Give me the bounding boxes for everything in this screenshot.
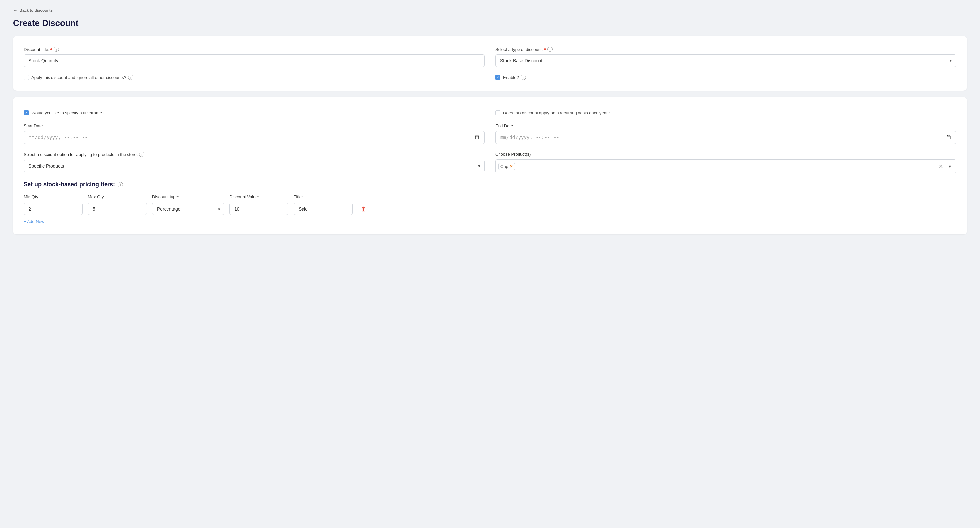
product-selection-row: Select a discount option for applying to… xyxy=(24,152,956,173)
enable-group: Enable? i xyxy=(495,75,956,80)
add-new-button[interactable]: + Add New xyxy=(24,219,44,224)
product-tag-name: Cap xyxy=(501,164,508,169)
delete-icon: 🗑 xyxy=(361,206,367,212)
specify-timeframe-group: Would you like to specify a timeframe? xyxy=(24,110,485,115)
required-dot-type xyxy=(544,48,546,50)
apply-ignore-label: Apply this discount and ignore all other… xyxy=(32,75,134,80)
start-date-input[interactable] xyxy=(24,131,485,144)
discount-title-info-icon[interactable]: i xyxy=(54,46,59,52)
date-row: Start Date End Date xyxy=(24,123,956,144)
discount-title-group: Discount title: i xyxy=(24,46,485,67)
back-link[interactable]: ← Back to discounts xyxy=(13,8,967,13)
discount-type-group: Select a type of discount: i Stock Base … xyxy=(495,46,956,67)
timeframe-row: Would you like to specify a timeframe? D… xyxy=(24,110,956,115)
col-max-qty: Max Qty xyxy=(88,195,147,199)
col-title: Title: xyxy=(294,195,353,199)
back-arrow-icon: ← xyxy=(13,8,18,13)
start-date-group: Start Date xyxy=(24,123,485,144)
product-tag-remove-icon[interactable]: ✕ xyxy=(510,164,512,169)
recurring-group: Does this discount apply on a recurring … xyxy=(495,110,956,115)
discount-option-select[interactable]: Specific Products All Products Category xyxy=(24,160,485,172)
start-date-label: Start Date xyxy=(24,123,485,128)
product-select-wrapper[interactable]: Cap ✕ ✕ ▾ xyxy=(495,160,956,173)
recurring-checkbox[interactable] xyxy=(495,110,501,115)
discount-option-select-wrapper: Specific Products All Products Category … xyxy=(24,160,485,172)
product-tag-cap: Cap ✕ xyxy=(498,163,515,170)
col-discount-value: Discount Value: xyxy=(229,195,288,199)
specify-timeframe-label: Would you like to specify a timeframe? xyxy=(32,110,104,115)
discount-type-label: Select a type of discount: i xyxy=(495,46,956,52)
product-clear-icon[interactable]: ✕ xyxy=(936,162,946,171)
col-discount-type: Discount type: xyxy=(152,195,224,199)
tier-max-qty-input[interactable] xyxy=(88,203,147,215)
recurring-label: Does this discount apply on a recurring … xyxy=(503,110,610,115)
basic-info-card: Discount title: i Select a type of disco… xyxy=(13,36,967,91)
checkboxes-row: Apply this discount and ignore all other… xyxy=(24,75,956,80)
col-min-qty: Min Qty xyxy=(24,195,83,199)
tier-discount-type-wrapper: Percentage Fixed Amount ▾ xyxy=(152,203,224,215)
tier-discount-type-select[interactable]: Percentage Fixed Amount xyxy=(152,203,224,215)
discount-type-select-wrapper: Stock Base Discount Percentage Fixed Amo… xyxy=(495,54,956,67)
discount-option-label: Select a discount option for applying to… xyxy=(24,152,485,157)
pricing-tiers-title: Set up stock-based pricing tiers: i xyxy=(24,181,956,188)
end-date-group: End Date xyxy=(495,123,956,144)
apply-ignore-checkbox[interactable] xyxy=(24,75,29,80)
product-select-actions: ✕ ▾ xyxy=(936,162,953,171)
tier-discount-value-input[interactable] xyxy=(229,203,288,215)
pricing-tiers-info-icon[interactable]: i xyxy=(118,182,123,187)
pricing-tiers-section: Set up stock-based pricing tiers: i Min … xyxy=(24,181,956,224)
apply-ignore-info-icon[interactable]: i xyxy=(128,75,134,80)
end-date-label: End Date xyxy=(495,123,956,128)
end-date-input[interactable] xyxy=(495,131,956,144)
specify-timeframe-checkbox[interactable] xyxy=(24,110,29,115)
apply-ignore-group: Apply this discount and ignore all other… xyxy=(24,75,485,80)
discount-option-info-icon[interactable]: i xyxy=(139,152,144,157)
product-chevron-icon[interactable]: ▾ xyxy=(946,162,953,170)
enable-info-icon[interactable]: i xyxy=(521,75,526,80)
discount-option-group: Select a discount option for applying to… xyxy=(24,152,485,173)
tier-title-input[interactable] xyxy=(294,203,353,215)
col-action xyxy=(358,195,371,199)
choose-products-group: Choose Product(s) Cap ✕ ✕ ▾ xyxy=(495,152,956,173)
choose-products-label: Choose Product(s) xyxy=(495,152,956,157)
page-title: Create Discount xyxy=(13,18,967,28)
required-dot xyxy=(51,48,52,50)
tiers-header: Min Qty Max Qty Discount type: Discount … xyxy=(24,195,956,199)
back-link-text: Back to discounts xyxy=(19,8,53,13)
discount-type-info-icon[interactable]: i xyxy=(547,46,553,52)
discount-title-input[interactable] xyxy=(24,54,485,67)
timeframe-card: Would you like to specify a timeframe? D… xyxy=(13,97,967,234)
discount-title-label: Discount title: i xyxy=(24,46,485,52)
enable-checkbox[interactable] xyxy=(495,75,501,80)
enable-label: Enable? i xyxy=(503,75,526,80)
tier-min-qty-input[interactable] xyxy=(24,203,83,215)
title-type-row: Discount title: i Select a type of disco… xyxy=(24,46,956,67)
delete-tier-button[interactable]: 🗑 xyxy=(358,203,370,215)
table-row: Percentage Fixed Amount ▾ 🗑 xyxy=(24,203,956,215)
discount-type-select[interactable]: Stock Base Discount Percentage Fixed Amo… xyxy=(495,54,956,67)
